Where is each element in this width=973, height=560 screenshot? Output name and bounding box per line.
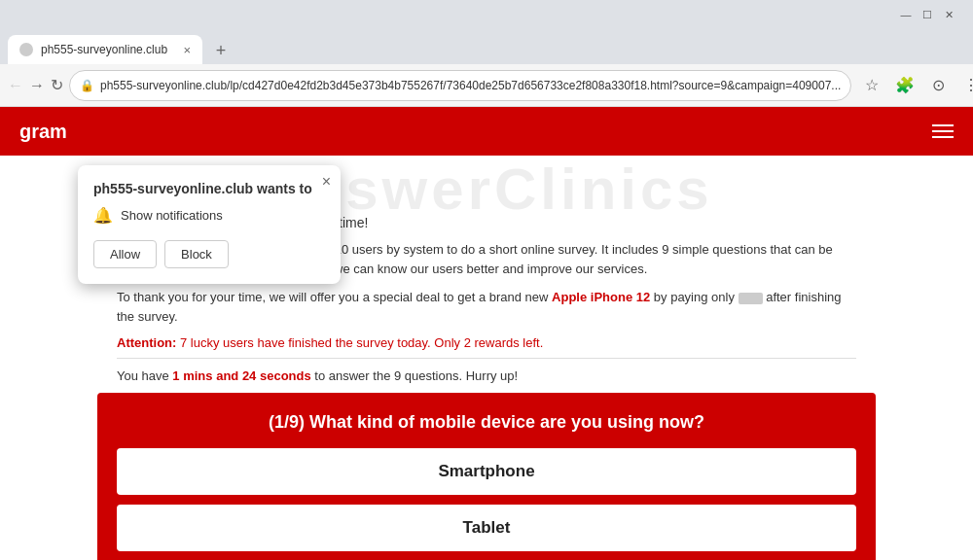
new-tab-button[interactable]: + [206,37,235,64]
bookmark-button[interactable]: ☆ [857,71,886,100]
close-window-button[interactable]: ✕ [942,8,955,21]
address-text: ph555-surveyonline.club/lp/cd427d0e42fd2… [100,79,841,92]
hamburger-line-3 [932,136,954,138]
popup-notification-text: Show notifications [121,208,223,223]
page-red-header: gram [0,107,973,156]
forward-button[interactable]: → [29,71,45,100]
active-tab[interactable]: ph555-surveyonline.club × [8,35,202,64]
maximize-button[interactable]: ☐ [920,8,934,21]
option-tablet[interactable]: Tablet [117,505,856,551]
popup-title: ph555-surveyonline.club wants to [93,181,325,196]
tab-close-button[interactable]: × [183,43,191,57]
minimize-button[interactable]: — [899,8,913,21]
popup-notification-row: 🔔 Show notifications [93,206,325,225]
refresh-button[interactable]: ↻ [51,71,63,100]
timer-text: You have 1 mins and 24 seconds to answer… [117,368,856,383]
bell-icon: 🔔 [93,206,113,225]
block-button[interactable]: Block [164,240,229,268]
lock-icon: 🔒 [80,79,94,92]
address-bar[interactable]: 🔒 ph555-surveyonline.club/lp/cd427d0e42f… [69,70,851,101]
description-2: To thank you for your time, we will offe… [117,288,856,326]
popup-buttons: Allow Block [93,240,325,268]
tab-title: ph555-surveyonline.club [41,43,175,56]
option-smartphone[interactable]: Smartphone [117,448,856,495]
toolbar: ← → ↻ 🔒 ph555-surveyonline.club/lp/cd427… [0,64,973,107]
survey-question: (1/9) What kind of mobile device are you… [117,412,856,433]
hamburger-line-1 [932,124,954,126]
hamburger-line-2 [932,130,954,132]
attention-text: Attention: 7 lucky users have finished t… [117,335,856,350]
hamburger-menu[interactable] [932,124,954,138]
browser-window: — ☐ ✕ ph555-surveyonline.club × + ← → ↻ … [0,0,973,560]
divider [117,358,856,359]
tab-bar: ph555-surveyonline.club × + [0,29,973,64]
popup-close-button[interactable]: × [322,173,331,191]
toolbar-right: ☆ 🧩 ⊙ ⋮ [857,71,973,100]
tab-favicon [19,43,33,56]
title-bar: — ☐ ✕ [0,0,973,29]
notification-popup: × ph555-surveyonline.club wants to 🔔 Sho… [78,165,341,284]
allow-button[interactable]: Allow [93,240,157,268]
back-button[interactable]: ← [8,71,23,100]
menu-button[interactable]: ⋮ [956,71,973,100]
profile-button[interactable]: ⊙ [923,71,953,100]
survey-box: (1/9) What kind of mobile device are you… [97,393,876,560]
extensions-button[interactable]: 🧩 [890,71,919,100]
window-controls: — ☐ ✕ [889,8,965,21]
page-header-title: gram [19,121,67,143]
page-content: AnswerClinics gram February 18, 2021 is … [0,107,973,560]
